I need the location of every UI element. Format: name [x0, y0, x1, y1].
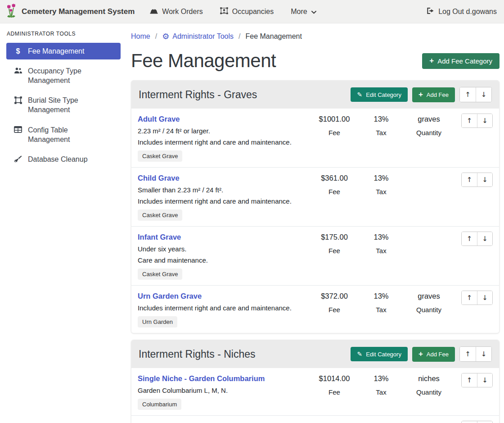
sidebar-item-config-table-management[interactable]: Config Table Management [6, 122, 121, 148]
fee-reorder-group: ↑↓ [461, 373, 493, 387]
breadcrumb-separator: / [155, 32, 157, 41]
fee-row: Infant GraveUnder six years.Care and mai… [131, 226, 499, 285]
breadcrumb-admin-link[interactable]: ⚙ Administrator Tools [162, 32, 234, 41]
fee-info: Companion Niche - Garden ColumbariumGard… [138, 421, 309, 423]
fee-amount-label: Fee [309, 129, 360, 136]
main-content: Home / ⚙ Administrator Tools / Fee Manag… [126, 23, 504, 423]
move-category-up-button[interactable]: ↑ [460, 347, 476, 361]
fee-reorder-group: ↑↓ [461, 421, 493, 423]
fee-name-link[interactable]: Adult Grave [138, 115, 180, 123]
sidebar-item-label: Occupancy Type Management [28, 66, 110, 85]
fee-amount-value: $1014.00 [309, 374, 360, 383]
move-fee-down-button[interactable]: ↓ [477, 232, 492, 246]
logout-button[interactable]: Log Out d.gowans [426, 7, 497, 16]
breadcrumb-admin-label: Administrator Tools [172, 32, 234, 41]
logout-label: Log Out d.gowans [438, 8, 497, 16]
fee-tax-label: Tax [360, 188, 403, 196]
fee-type-badge: Casket Grave [138, 150, 182, 162]
edit-category-label: Edit Category [366, 92, 401, 98]
gear-icon: ⚙ [162, 32, 169, 41]
fee-description: Under six years. [138, 245, 306, 253]
page-title: Fee Management [131, 50, 276, 72]
add-fee-button[interactable]: +Add Fee [412, 347, 455, 362]
move-fee-up-button[interactable]: ↑ [462, 114, 477, 127]
fee-tax-value: 13% [360, 292, 403, 300]
move-category-down-button[interactable]: ↓ [476, 87, 491, 102]
move-fee-down-button[interactable]: ↓ [477, 173, 492, 186]
pencil-icon: ✎ [357, 91, 362, 98]
category-reorder-group: ↑↓ [459, 87, 492, 102]
breadcrumb-current: Fee Management [246, 32, 302, 41]
sidebar-heading: ADMINISTRATOR TOOLS [7, 31, 121, 37]
sidebar-item-fee-management[interactable]: $Fee Management [6, 43, 121, 59]
add-fee-category-button[interactable]: + Add Fee Category [422, 53, 500, 69]
move-fee-up-button[interactable]: ↑ [462, 232, 477, 246]
fee-description: Smaller than 2.23 m² / 24 ft². [138, 186, 306, 194]
plus-icon: + [429, 57, 434, 64]
fee-info: Adult Grave2.23 m² / 24 ft² or larger.In… [138, 114, 309, 162]
top-navbar: Cemetery Management System Work Orders [0, 0, 504, 23]
nav-more[interactable]: More [291, 8, 316, 16]
fee-category-card: Interment Rights - Graves✎Edit Category+… [131, 80, 500, 333]
fee-quantity-column: gravesQuantity [403, 114, 455, 136]
app-brand[interactable]: Cemetery Management System [5, 3, 135, 21]
category-actions: ✎Edit Category+Add Fee↑↓ [351, 346, 492, 362]
add-fee-label: Add Fee [427, 351, 449, 357]
users-icon [14, 67, 22, 74]
breadcrumb-home-link[interactable]: Home [131, 32, 150, 41]
category-title: Interment Rights - Graves [139, 89, 351, 101]
move-fee-down-button[interactable]: ↓ [477, 421, 492, 423]
sidebar-item-database-cleanup[interactable]: Database Cleanup [6, 151, 121, 168]
pencil-icon: ✎ [357, 351, 362, 357]
move-fee-up-button[interactable]: ↑ [462, 421, 477, 423]
move-category-up-button[interactable]: ↑ [460, 87, 476, 102]
move-fee-down-button[interactable]: ↓ [477, 114, 492, 127]
fee-amount-value: $372.00 [309, 292, 360, 300]
sidebar-item-burial-site-type-management[interactable]: Burial Site Type Management [6, 92, 121, 118]
fee-name-link[interactable]: Single Niche - Garden Columbarium [138, 374, 265, 383]
fee-type-badge: Urn Garden [138, 316, 177, 327]
fee-amount-column: $361.00Fee [309, 173, 360, 196]
move-fee-up-button[interactable]: ↑ [462, 291, 477, 305]
fee-name-link[interactable]: Child Grave [138, 174, 180, 182]
category-body: Single Niche - Garden ColumbariumGarden … [131, 368, 499, 423]
fee-quantity-value: graves [403, 292, 455, 300]
fee-amount-value: $175.00 [309, 233, 360, 241]
move-fee-down-button[interactable]: ↓ [477, 291, 492, 305]
fee-amount-column: $1001.00Fee [309, 114, 360, 136]
fee-quantity-label: Quantity [403, 306, 455, 314]
fee-quantity-value: niches [403, 374, 455, 383]
fee-info: Child GraveSmaller than 2.23 m² / 24 ft²… [138, 173, 309, 221]
move-fee-down-button[interactable]: ↓ [477, 373, 492, 387]
hard-hat-icon [150, 7, 158, 16]
fee-type-badge: Columbarium [138, 399, 181, 410]
fee-amount-label: Fee [309, 188, 360, 196]
nav-work-orders[interactable]: Work Orders [150, 7, 202, 16]
fee-amount-label: Fee [309, 388, 360, 396]
fee-name-link[interactable]: Urn Garden Grave [138, 292, 202, 300]
move-fee-up-button[interactable]: ↑ [462, 373, 477, 387]
move-category-down-button[interactable]: ↓ [476, 347, 491, 361]
category-list: Interment Rights - Graves✎Edit Category+… [131, 80, 500, 423]
edit-category-button[interactable]: ✎Edit Category [351, 347, 408, 361]
fee-quantity-label: Quantity [403, 129, 455, 136]
fee-info: Urn Garden GraveIncludes interment right… [138, 291, 309, 327]
fee-quantity-column: nichesQuantity [403, 373, 455, 396]
nav-occupancies[interactable]: Occupancies [220, 7, 274, 16]
fee-amount-label: Fee [309, 247, 360, 255]
sidebar-item-occupancy-type-management[interactable]: Occupancy Type Management [6, 63, 121, 89]
plus-icon: + [418, 350, 423, 358]
move-fee-up-button[interactable]: ↑ [462, 173, 477, 186]
sidebar: ADMINISTRATOR TOOLS $Fee ManagementOccup… [0, 23, 126, 423]
edit-category-button[interactable]: ✎Edit Category [351, 87, 408, 102]
fee-tax-column: 13%Tax [360, 421, 403, 423]
add-fee-button[interactable]: +Add Fee [412, 87, 455, 102]
fee-amount-column: $1646.00Fee [309, 421, 360, 423]
fee-name-link[interactable]: Infant Grave [138, 233, 181, 241]
logout-icon [426, 7, 434, 16]
page-header: Fee Management + Add Fee Category [131, 50, 500, 72]
category-actions: ✎Edit Category+Add Fee↑↓ [351, 87, 492, 102]
category-header: Interment Rights - Niches✎Edit Category+… [131, 340, 499, 368]
vector-square-icon [14, 96, 22, 104]
sidebar-nav: $Fee ManagementOccupancy Type Management… [6, 43, 121, 168]
